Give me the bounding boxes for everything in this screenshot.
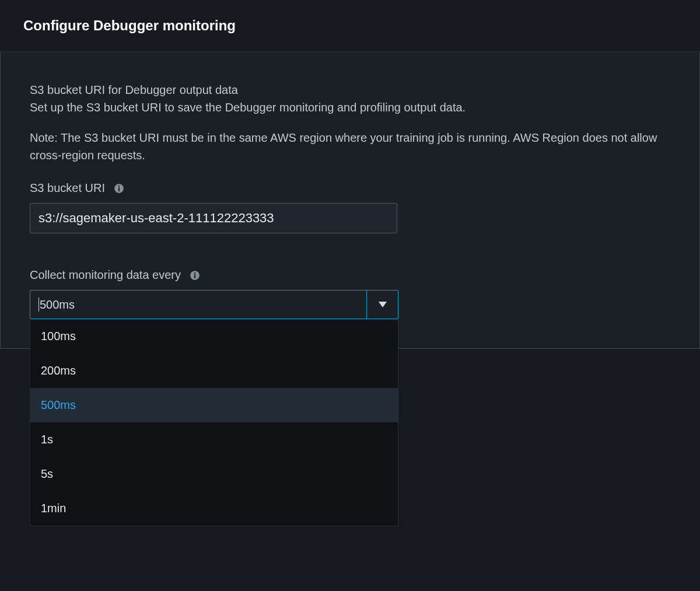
page-title: Configure Debugger monitoring — [23, 18, 677, 34]
dropdown-option[interactable]: 5s — [30, 457, 398, 491]
svg-rect-1 — [118, 187, 120, 191]
monitoring-interval-select[interactable]: 500ms 100ms 200ms 500ms 1s 5s 1min — [30, 290, 398, 319]
monitoring-field-label: Collect monitoring data every — [30, 268, 181, 282]
caret-down-icon[interactable] — [366, 291, 398, 319]
dropdown-option[interactable]: 100ms — [30, 319, 398, 354]
s3-description: S3 bucket URI for Debugger output data S… — [30, 81, 670, 116]
info-icon[interactable] — [113, 183, 125, 194]
svg-rect-5 — [194, 272, 195, 273]
spacer — [30, 233, 670, 268]
dropdown-option[interactable]: 1s — [30, 422, 398, 457]
dropdown-option[interactable]: 500ms — [30, 388, 398, 422]
dropdown-option[interactable]: 200ms — [30, 354, 398, 388]
s3-desc-line1: S3 bucket URI for Debugger output data — [30, 81, 670, 99]
select-value: 500ms — [30, 291, 366, 319]
s3-bucket-uri-input[interactable] — [30, 203, 397, 233]
s3-desc-line2: Set up the S3 bucket URI to save the Deb… — [30, 99, 670, 116]
monitoring-label-row: Collect monitoring data every — [30, 268, 670, 282]
config-panel: S3 bucket URI for Debugger output data S… — [0, 52, 700, 349]
page-header: Configure Debugger monitoring — [0, 0, 700, 52]
monitoring-dropdown: 100ms 200ms 500ms 1s 5s 1min — [30, 319, 398, 526]
s3-note: Note: The S3 bucket URI must be in the s… — [30, 129, 670, 164]
s3-label-row: S3 bucket URI — [30, 181, 670, 195]
svg-rect-2 — [118, 185, 120, 186]
dropdown-option[interactable]: 1min — [30, 491, 398, 526]
select-value-text: 500ms — [38, 298, 75, 312]
s3-field-label: S3 bucket URI — [30, 181, 105, 195]
info-icon[interactable] — [189, 270, 201, 281]
svg-marker-6 — [379, 302, 387, 307]
select-control[interactable]: 500ms — [30, 290, 398, 319]
svg-rect-4 — [194, 274, 195, 278]
